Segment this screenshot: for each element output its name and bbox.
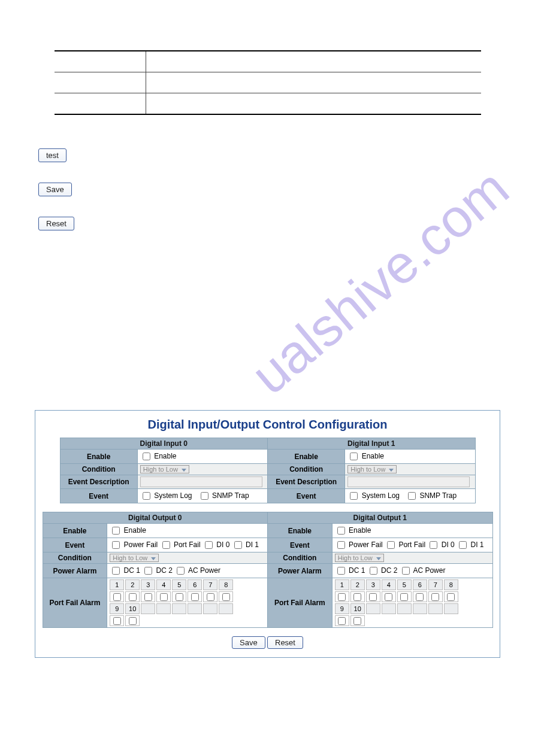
di1-enable-checkbox[interactable] [350,453,358,460]
do0-port-3-checkbox[interactable] [144,593,152,601]
di0-syslog-text: System Log [154,491,192,500]
do0-port-2-checkbox[interactable] [129,593,137,601]
do0-ac-text: AC Power [188,566,220,575]
do0-port-2: 2 [125,579,140,590]
do0-port-10-checkbox[interactable] [129,617,137,625]
save-button[interactable]: Save [38,183,72,196]
do0-condition-label: Condition [43,552,107,564]
do0-port-6: 6 [188,579,202,590]
do1-dc1-checkbox[interactable] [337,567,345,575]
do0-enable-label: Enable [43,524,107,538]
do0-enable-checkbox[interactable] [112,527,120,535]
di1-condition-select[interactable]: High to Low [347,465,397,473]
do1-dc1-text: DC 1 [349,566,365,575]
do1-port-6-checkbox[interactable] [416,593,424,601]
do0-port-4-checkbox[interactable] [160,593,168,601]
do0-port-5-checkbox[interactable] [176,593,183,601]
do1-port-3-checkbox[interactable] [369,593,377,601]
do1-port-10: 10 [350,603,365,614]
do0-port-4: 4 [156,579,171,590]
do1-port-1-checkbox[interactable] [338,593,346,601]
di1-syslog-checkbox[interactable] [350,492,358,500]
di0-snmp-checkbox[interactable] [201,492,208,500]
do0-di0-text: DI 0 [216,541,229,549]
di1-syslog-text: System Log [362,491,400,500]
di1-enable-text: Enable [362,452,384,460]
do0-port-5: 5 [172,579,186,590]
do1-port-7: 7 [428,579,443,590]
do1-port-4-checkbox[interactable] [385,593,392,601]
di0-enable-label: Enable [60,450,137,464]
di0-condition-label: Condition [60,464,137,475]
di1-eventdesc-input[interactable] [347,476,470,487]
do0-portfail-checkbox[interactable] [162,541,170,549]
do0-port-6-checkbox[interactable] [191,593,199,601]
do1-dc2-checkbox[interactable] [370,567,377,575]
do0-port-7: 7 [203,579,217,590]
di1-condition-label: Condition [267,464,344,475]
di0-eventdesc-input[interactable] [140,476,262,487]
panel-save-button[interactable]: Save [232,636,265,649]
do0-condition-select[interactable]: High to Low [110,554,159,562]
di1-event-label: Event [267,489,344,503]
do1-port-3: 3 [366,579,380,590]
do1-di0-checkbox[interactable] [430,541,437,549]
panel-reset-button[interactable]: Reset [267,636,303,649]
do0-port-1-checkbox[interactable] [113,593,121,601]
do1-condition-select[interactable]: High to Low [335,554,384,562]
di0-condition-select[interactable]: High to Low [140,465,189,473]
do1-port-5: 5 [397,579,412,590]
di1-snmp-text: SNMP Trap [419,491,457,500]
do1-port-2-checkbox[interactable] [353,593,361,601]
di0-syslog-checkbox[interactable] [143,492,150,500]
do0-dc2-checkbox[interactable] [144,567,152,575]
do1-port-7-checkbox[interactable] [431,593,439,601]
di1-header: Digital Input 1 [267,438,475,450]
do1-port-10-checkbox[interactable] [353,617,361,625]
do1-port-9-checkbox[interactable] [338,617,346,625]
do1-port-6: 6 [413,579,427,590]
do1-portfailalarm-label: Port Fail Alarm [267,578,332,628]
do0-ac-checkbox[interactable] [177,567,185,575]
do1-di1-checkbox[interactable] [459,541,467,549]
do1-header: Digital Output 1 [267,512,492,524]
spec-table [55,50,481,115]
do1-poweralarm-label: Power Alarm [267,564,332,578]
di0-enable-checkbox[interactable] [143,453,150,460]
di0-eventdesc-label: Event Description [60,475,137,489]
do1-ac-checkbox[interactable] [402,567,410,575]
do0-di1-checkbox[interactable] [234,541,242,549]
di1-eventdesc-label: Event Description [267,475,344,489]
do0-port-7-checkbox[interactable] [207,593,214,601]
do0-port-8-checkbox[interactable] [222,593,230,601]
do0-port-9: 9 [110,603,124,614]
do0-di0-checkbox[interactable] [205,541,213,549]
do1-enable-text: Enable [349,526,371,535]
do1-port-5-checkbox[interactable] [400,593,408,601]
do0-enable-text: Enable [124,526,146,535]
do1-enable-checkbox[interactable] [337,527,345,535]
do0-dc1-checkbox[interactable] [112,567,120,575]
do1-portfail-checkbox[interactable] [387,541,395,549]
do0-port-grid: 1 2 3 4 5 6 7 8 [110,579,265,626]
do0-port-9-checkbox[interactable] [113,617,121,625]
di1-snmp-checkbox[interactable] [408,492,416,500]
do1-port-8: 8 [444,579,458,590]
do1-event-label: Event [267,538,332,552]
reset-button[interactable]: Reset [38,217,74,230]
do1-powerfail-checkbox[interactable] [337,541,345,549]
do1-dc2-text: DC 2 [381,566,397,575]
do0-header: Digital Output 0 [43,512,267,524]
do1-di1-text: DI 1 [470,541,483,549]
test-button[interactable]: test [38,148,67,162]
do1-port-1: 1 [335,579,349,590]
panel-title: Digital Input/Output Control Configurati… [40,418,495,432]
do1-di0-text: DI 0 [442,541,455,549]
do0-di1-text: DI 1 [246,541,259,549]
do1-port-grid: 1 2 3 4 5 6 7 8 [335,579,490,626]
do1-powerfail-text: Power Fail [349,541,383,549]
do1-port-9: 9 [335,603,349,614]
do1-port-8-checkbox[interactable] [447,593,455,601]
do0-port-8: 8 [219,579,233,590]
do0-powerfail-checkbox[interactable] [112,541,120,549]
